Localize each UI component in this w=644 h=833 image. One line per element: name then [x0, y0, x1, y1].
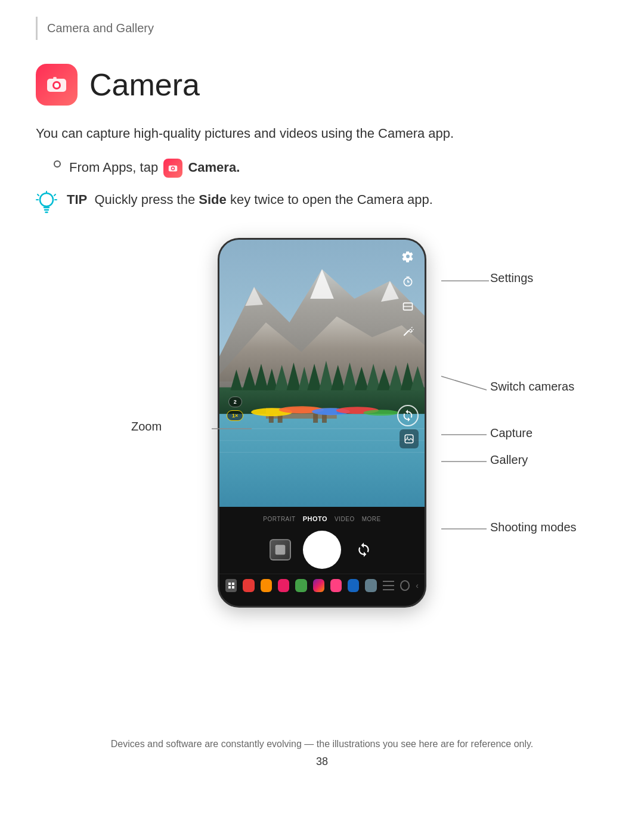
instruction-list-item: From Apps, tap Camera. — [54, 157, 608, 178]
aspect-ratio-icon[interactable] — [400, 298, 416, 315]
svg-line-13 — [54, 194, 55, 196]
nav-chevron: ‹ — [416, 581, 419, 590]
app-icon-3[interactable] — [261, 579, 272, 592]
shooting-modes-label: Shooting modes — [490, 521, 577, 534]
svg-rect-48 — [322, 414, 327, 423]
app-icon-9[interactable] — [365, 579, 376, 592]
mode-portrait[interactable]: PORTRAIT — [263, 516, 295, 522]
svg-point-7 — [40, 193, 53, 206]
timer-icon[interactable] — [400, 273, 416, 290]
svg-line-58 — [404, 331, 408, 336]
app-icon-2[interactable] — [243, 579, 254, 592]
gallery-button[interactable] — [400, 429, 419, 448]
switch-camera-small[interactable] — [353, 539, 374, 561]
camera-bottom-bar: PORTRAIT PHOTO VIDEO MORE — [219, 507, 425, 606]
svg-rect-65 — [275, 545, 286, 555]
tip-text: TIP Quickly press the Side key twice to … — [67, 190, 433, 209]
svg-point-64 — [407, 436, 408, 438]
zoom-controls: 2 1× — [227, 397, 243, 421]
phone-mockup-wrapper: 2 1× — [218, 238, 426, 608]
svg-point-53 — [363, 410, 398, 416]
mode-photo[interactable]: PHOTO — [303, 515, 327, 522]
svg-point-2 — [54, 83, 59, 88]
footer-page-number: 38 — [36, 755, 608, 768]
camera-view: 2 1× — [219, 240, 425, 515]
breadcrumb-text: Camera and Gallery — [47, 21, 154, 35]
gallery-label: Gallery — [490, 453, 528, 467]
page-description: You can capture high-quality pictures an… — [36, 123, 608, 143]
capture-button[interactable] — [303, 531, 341, 569]
camera-right-icons — [400, 248, 416, 340]
settings-icon[interactable] — [400, 248, 416, 265]
effects-icon[interactable] — [400, 323, 416, 340]
svg-line-12 — [38, 194, 39, 196]
nav-lines — [383, 581, 394, 590]
zoom-2x[interactable]: 2 — [228, 397, 242, 407]
app-icon-5[interactable] — [295, 579, 306, 592]
camera-app-icon — [36, 64, 78, 106]
switch-cameras-button[interactable] — [397, 405, 419, 426]
capture-row — [219, 527, 425, 574]
svg-rect-47 — [313, 414, 318, 423]
zoom-1x[interactable]: 1× — [227, 410, 243, 421]
nav-circle — [400, 580, 410, 591]
page-heading: Camera — [36, 64, 608, 106]
svg-rect-69 — [232, 586, 234, 589]
footer-note: Devices and software are constantly evol… — [36, 739, 608, 750]
footer: Devices and software are constantly evol… — [0, 703, 644, 786]
inline-camera-icon — [163, 159, 182, 178]
mode-video[interactable]: VIDEO — [335, 516, 355, 522]
instruction-text: From Apps, tap Camera. — [69, 157, 240, 178]
tip-bulb-icon — [36, 191, 57, 220]
svg-rect-68 — [228, 586, 231, 589]
scene-svg — [219, 240, 425, 515]
svg-rect-67 — [232, 583, 234, 585]
breadcrumb: Camera and Gallery — [36, 17, 608, 40]
capture-label: Capture — [490, 426, 532, 440]
page-title: Camera — [89, 67, 200, 103]
shooting-modes-bar: PORTRAIT PHOTO VIDEO MORE — [219, 507, 425, 527]
svg-point-6 — [172, 168, 175, 170]
svg-rect-63 — [405, 435, 413, 443]
svg-rect-3 — [53, 77, 57, 79]
app-icon-4[interactable] — [278, 579, 289, 592]
phone-mockup: 2 1× — [218, 238, 426, 608]
app-icon-1[interactable] — [225, 579, 237, 592]
svg-rect-66 — [228, 583, 231, 585]
zoom-label: Zoom — [131, 420, 162, 433]
app-icons-bar: ‹ — [219, 574, 425, 598]
gallery-thumbnail[interactable] — [270, 539, 291, 561]
phone-diagram-area: 2 1× — [36, 238, 608, 643]
switch-cameras-label: Switch cameras — [490, 380, 574, 394]
app-icon-6[interactable] — [313, 579, 324, 592]
svg-line-60 — [411, 327, 413, 329]
svg-marker-59 — [409, 329, 413, 333]
app-icon-8[interactable] — [348, 579, 359, 592]
tip-row: TIP Quickly press the Side key twice to … — [36, 190, 608, 220]
app-icon-7[interactable] — [330, 579, 342, 592]
camera-icon-svg — [45, 73, 69, 97]
settings-label: Settings — [490, 271, 533, 285]
svg-line-71 — [441, 376, 487, 390]
list-bullet-icon — [54, 160, 61, 168]
mode-more[interactable]: MORE — [362, 516, 381, 522]
